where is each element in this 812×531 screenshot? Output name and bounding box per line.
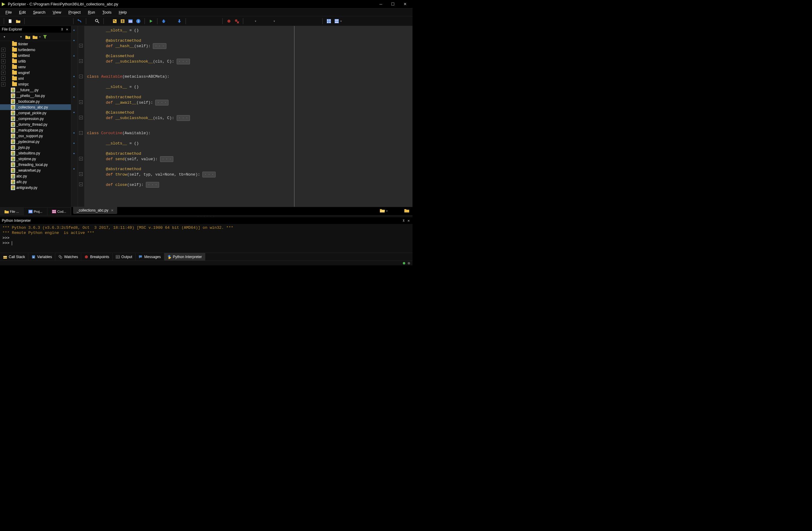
panel-close-icon[interactable]: ✕: [406, 219, 411, 223]
tree-file[interactable]: _pyio.py: [0, 144, 71, 150]
info-button[interactable]: i: [135, 18, 141, 24]
tree-folder[interactable]: +xml: [0, 75, 71, 81]
tree-folder[interactable]: +xmlrpc: [0, 81, 71, 87]
tree-file[interactable]: aifc.py: [0, 179, 71, 185]
tree-folder[interactable]: +wsgiref: [0, 70, 71, 75]
module-button[interactable]: [119, 18, 126, 24]
tree-file[interactable]: _sitebuiltins.py: [0, 150, 71, 156]
tree-file[interactable]: __phello__.foo.py: [0, 93, 71, 99]
dropdown-2[interactable]: ▾: [271, 18, 277, 24]
menu-run[interactable]: Run: [85, 9, 98, 15]
expand-icon[interactable]: +: [1, 65, 5, 69]
filter-button[interactable]: [42, 34, 48, 40]
tab-folder-button[interactable]: [404, 208, 409, 214]
menu-edit[interactable]: Edit: [16, 9, 29, 15]
tree-file[interactable]: _compression.py: [0, 116, 71, 122]
maximize-button[interactable]: ☐: [390, 1, 395, 7]
tree-file[interactable]: _compat_pickle.py: [0, 110, 71, 116]
tree-file[interactable]: _markupbase.py: [0, 127, 71, 133]
tree-file[interactable]: __future__.py: [0, 87, 71, 93]
expand-icon[interactable]: +: [1, 54, 5, 58]
bottom-tab-watches[interactable]: Watches: [55, 253, 81, 261]
fold-badge-icon[interactable]: · · ·: [177, 115, 190, 121]
path-dropdown[interactable]: ▾: [2, 34, 7, 39]
pin-icon[interactable]: ⊼: [401, 219, 406, 223]
tree-folder[interactable]: +venv: [0, 64, 71, 70]
tree-folder[interactable]: +unittest: [0, 53, 71, 58]
fold-badge-icon[interactable]: · · ·: [153, 43, 166, 49]
fold-badge-icon[interactable]: · · ·: [160, 156, 173, 162]
fold-toggle-icon[interactable]: +: [79, 59, 83, 63]
tree-file[interactable]: _osx_support.py: [0, 133, 71, 139]
bottom-tab-variables[interactable]: xVariables: [28, 253, 55, 261]
fold-toggle-icon[interactable]: +: [79, 116, 83, 120]
new-file-button[interactable]: [7, 18, 13, 24]
tree-file[interactable]: antigravity.py: [0, 185, 71, 191]
search-button[interactable]: [94, 18, 100, 24]
arrow-down-button[interactable]: [176, 18, 183, 24]
left-tab[interactable]: Proj...: [24, 208, 47, 215]
expand-icon[interactable]: +: [1, 48, 5, 52]
debug-button[interactable]: [161, 18, 167, 24]
code-editor[interactable]: __slots__ = () @abstractmethod def __has…: [85, 26, 412, 207]
panel-close-icon[interactable]: ✕: [65, 27, 69, 31]
tree-file[interactable]: _pydecimal.py: [0, 139, 71, 144]
fold-badge-icon[interactable]: · · ·: [202, 172, 216, 178]
fold-badge-icon[interactable]: · · ·: [155, 100, 169, 106]
editor-tab[interactable]: _collections_abc.py ✕: [73, 207, 117, 214]
tab-close-icon[interactable]: ✕: [111, 209, 114, 212]
editor-gutter-markers[interactable]: [71, 26, 78, 207]
layout-split-button[interactable]: [334, 18, 340, 24]
fold-toggle-icon[interactable]: +: [79, 44, 83, 47]
fold-toggle-icon[interactable]: +: [79, 100, 83, 104]
file-tree[interactable]: tkinter+turtledemo+unittest+urllib+venv+…: [0, 41, 71, 207]
editor-gutter-fold[interactable]: ++−++−+++: [78, 26, 85, 207]
left-tab[interactable]: Cod...: [47, 208, 71, 215]
fold-badge-icon[interactable]: · · ·: [146, 182, 159, 188]
left-tab[interactable]: File ...: [0, 208, 24, 215]
tree-file[interactable]: _threading_local.py: [0, 162, 71, 167]
tree-folder[interactable]: tkinter: [0, 41, 71, 47]
fold-badge-icon[interactable]: · · ·: [177, 59, 190, 65]
close-button[interactable]: ✕: [402, 1, 408, 7]
tree-folder[interactable]: +turtledemo: [0, 47, 71, 53]
tree-file[interactable]: _dummy_thread.py: [0, 122, 71, 127]
fold-toggle-icon[interactable]: −: [79, 75, 83, 78]
menu-tools[interactable]: Tools: [99, 9, 114, 15]
tree-file[interactable]: _strptime.py: [0, 156, 71, 162]
menu-help[interactable]: Help: [116, 9, 130, 15]
undo-button[interactable]: [77, 18, 83, 24]
path-dropdown-2[interactable]: ▾: [18, 34, 24, 39]
abort-button[interactable]: [234, 18, 240, 24]
interpreter-output[interactable]: *** Python 3.6.3 (v3.6.3:2c5fed8, Oct 3 …: [0, 224, 412, 253]
stop-button[interactable]: [226, 18, 232, 24]
expand-icon[interactable]: +: [1, 76, 5, 81]
fold-toggle-icon[interactable]: +: [79, 157, 83, 160]
bottom-tab-messages[interactable]: Messages: [135, 253, 164, 261]
folder-dropdown-button[interactable]: [32, 34, 38, 40]
run-button[interactable]: [148, 18, 154, 24]
menu-file[interactable]: File: [2, 9, 15, 15]
fold-toggle-icon[interactable]: −: [79, 131, 83, 135]
tree-file[interactable]: _bootlocale.py: [0, 99, 71, 104]
dropdown-1[interactable]: ▾: [252, 18, 259, 24]
menu-project[interactable]: Project: [66, 9, 84, 15]
menu-search[interactable]: Search: [30, 9, 48, 15]
tree-folder[interactable]: +urllib: [0, 58, 71, 64]
menu-view[interactable]: View: [50, 9, 64, 15]
minimize-button[interactable]: ─: [378, 1, 383, 7]
syntax-check-button[interactable]: [112, 18, 118, 24]
bottom-tab-python-interpreter[interactable]: Python Interpreter: [164, 253, 205, 261]
expand-icon[interactable]: +: [1, 71, 5, 75]
layout-grid-button[interactable]: [326, 18, 332, 24]
tree-file[interactable]: _collections_abc.py: [0, 104, 71, 110]
window-button[interactable]: [128, 18, 133, 24]
bottom-tab-output[interactable]: C:\Output: [113, 253, 135, 261]
open-file-button[interactable]: [15, 18, 21, 24]
bottom-tab-call-stack[interactable]: Call Stack: [0, 253, 28, 261]
up-folder-button[interactable]: [25, 34, 31, 40]
tree-file[interactable]: _weakrefset.py: [0, 167, 71, 173]
expand-icon[interactable]: +: [1, 82, 5, 86]
fold-toggle-icon[interactable]: +: [79, 183, 83, 186]
tree-file[interactable]: abc.py: [0, 173, 71, 179]
